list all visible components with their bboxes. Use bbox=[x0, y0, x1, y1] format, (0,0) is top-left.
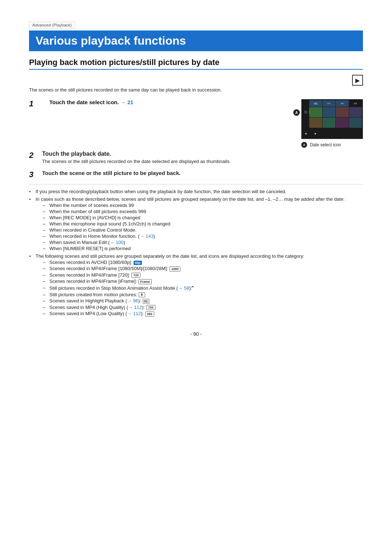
note-3-subitems: Scenes recorded in AVCHD [1080/60p]: 60p… bbox=[43, 260, 363, 317]
note-3-sub-9: Scenes saved in MP4 (Low Quality) (→ 112… bbox=[43, 311, 363, 317]
step2-content: Touch the playback date. The scenes or t… bbox=[42, 151, 231, 166]
date-select-caption-text: Date select icon bbox=[310, 142, 341, 147]
note-link-143[interactable]: → 143 bbox=[140, 233, 154, 239]
playback-icon-area: ▶ bbox=[29, 75, 363, 86]
badge-frame: Frame bbox=[138, 279, 152, 284]
step1-image-area: A VIEW ALL ALL HD PH HD 2/2 bbox=[301, 99, 363, 148]
step1-number: 1 bbox=[29, 99, 33, 108]
note-3-text: The following scenes and still pictures … bbox=[36, 253, 305, 259]
note-3-sub-7: Scenes saved in Highlight Playback (→ 96… bbox=[43, 298, 363, 304]
note-2-sub-7: When saved in Manual Edit (→ 100) bbox=[43, 240, 363, 245]
step1-content: Touch the date select icon. → 21 bbox=[49, 99, 283, 107]
note-2-text: In cases such as those described below, … bbox=[36, 196, 344, 202]
note-3-sub-5: Still pictures recorded in Stop Motion A… bbox=[43, 285, 363, 291]
badge-highlight: HL bbox=[143, 299, 150, 304]
badge-still: ⬆ bbox=[139, 292, 145, 297]
step3-container: 3 Touch the scene or the still picture t… bbox=[29, 170, 363, 180]
step2-number: 2 bbox=[29, 151, 42, 160]
note-2-sub-6: When recorded in Home Monitor function. … bbox=[43, 233, 363, 239]
note-2-sub-3: When [REC MODE] in [AVCHD] is changed bbox=[43, 215, 363, 220]
badge-720b: 720 bbox=[146, 305, 155, 310]
note-2-sub-5: When recorded in Creative Control Mode. bbox=[43, 227, 363, 233]
note-3-sub-2: Scenes recorded in MP4/iFrame [1080/50M]… bbox=[43, 266, 363, 272]
notes-list: If you press the recording/playback butt… bbox=[29, 189, 363, 317]
note-3-sub-8: Scenes saved in MP4 (High Quality) (→ 11… bbox=[43, 305, 363, 310]
note-link-100[interactable]: → 100 bbox=[110, 240, 123, 245]
step2-row: 2 Touch the playback date. The scenes or… bbox=[29, 151, 363, 166]
badge-1080: 1080 bbox=[170, 266, 180, 272]
step3-row: 3 Touch the scene or the still picture t… bbox=[29, 170, 363, 180]
a-label: A bbox=[293, 109, 300, 116]
badge-720a: 720 bbox=[131, 273, 140, 278]
note-2-sub-1: When the number of scenes exceeds 99 bbox=[43, 203, 363, 208]
playback-mode-icon: ▶ bbox=[352, 75, 363, 86]
step1-row: 1 Touch the date select icon. → 21 A VIE… bbox=[29, 99, 363, 148]
note-link-112a[interactable]: → 112 bbox=[128, 305, 142, 310]
note-2-sub-4: When the microphone input sound (5.1ch/2… bbox=[43, 221, 363, 227]
note-2: In cases such as those described below, … bbox=[29, 196, 363, 251]
note-1-text: If you press the recording/playback butt… bbox=[36, 189, 286, 194]
step3-number: 3 bbox=[29, 170, 42, 179]
intro-text: The scenes or the still pictures recorde… bbox=[29, 87, 363, 93]
step3-title: Touch the scene or the still picture to … bbox=[42, 170, 180, 176]
date-select-caption: A Date select icon bbox=[301, 142, 363, 148]
note-3-sub-1: Scenes recorded in AVCHD [1080/60p]: 60p bbox=[43, 260, 363, 265]
badge-60p: 60p bbox=[134, 261, 142, 265]
note-2-sub-2: When the number of still pictures exceed… bbox=[43, 209, 363, 214]
note-3-sub-6: Still pictures created from motion pictu… bbox=[43, 292, 363, 298]
note-3: The following scenes and still pictures … bbox=[29, 253, 363, 317]
note-link-112b[interactable]: → 112 bbox=[127, 311, 141, 316]
thumbnail-grid: VIEW ALL ALL HD PH HD 2/2 ⬛ bbox=[301, 99, 363, 139]
step2-desc: The scenes or the still pictures recorde… bbox=[42, 159, 231, 164]
step2-title: Touch the playback date. bbox=[42, 151, 231, 157]
note-3-sub-3: Scenes recorded in MP4/iFrame [720]: 720 bbox=[43, 272, 363, 278]
note-2-sub-8: When [NUMBER RESET] is performed bbox=[43, 246, 363, 251]
note-3-sub-4: Scenes recorded in MP4/iFrame [iFrame]: … bbox=[43, 278, 363, 284]
caption-circle-a: A bbox=[301, 142, 307, 148]
step2-container: 2 Touch the playback date. The scenes or… bbox=[29, 151, 363, 166]
step1-title: Touch the date select icon. → 21 bbox=[49, 99, 283, 105]
note-link-96[interactable]: → 96 bbox=[127, 298, 138, 304]
section-title: Playing back motion pictures/still pictu… bbox=[29, 58, 363, 70]
note-2-subitems: When the number of scenes exceeds 99 Whe… bbox=[43, 203, 363, 251]
note-link-58[interactable]: → 58 bbox=[178, 285, 189, 291]
badge-360: 360 bbox=[145, 311, 154, 317]
page: Advanced (Playback) Various playback fun… bbox=[0, 0, 392, 554]
chapter-title: Various playback functions bbox=[29, 30, 363, 51]
page-number: - 90 - bbox=[29, 331, 363, 337]
breadcrumb: Advanced (Playback) bbox=[29, 22, 75, 28]
note-1: If you press the recording/playback butt… bbox=[29, 189, 363, 194]
step1-link[interactable]: → 21 bbox=[121, 99, 134, 105]
divider bbox=[29, 184, 363, 184]
